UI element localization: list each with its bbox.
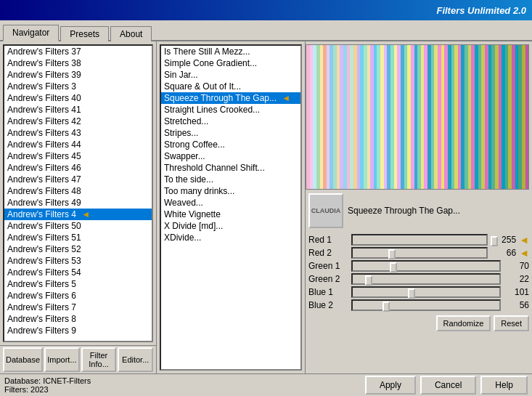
bottom-buttons-bar: Database Import... Filter Info... Editor… (0, 345, 156, 373)
left-list-item[interactable]: Andrew's Filters 3 (4, 81, 152, 92)
filter-info-button[interactable]: Filter Info... (81, 347, 117, 372)
filter-list-item[interactable]: Is There Still A Mezz... (161, 46, 300, 57)
slider-row: Red 266◄ (308, 247, 529, 259)
left-list-item[interactable]: Andrew's Filters 52 (4, 243, 152, 255)
slider-track[interactable] (351, 286, 501, 298)
slider-label: Green 1 (308, 261, 348, 271)
filter-list-item[interactable]: Strong Coffee... (161, 139, 300, 150)
status-info: Database: ICNET-Filters Filters: 2023 (4, 376, 91, 394)
middle-panel: Is There Still A Mezz...Simple Cone Grad… (156, 41, 305, 373)
left-list-item[interactable]: Andrew's Filters 43 (4, 127, 152, 139)
slider-label: Green 2 (308, 274, 348, 284)
randomize-button[interactable]: Randomize (436, 315, 491, 331)
database-status: Database: ICNET-Filters (4, 376, 91, 385)
slider-value: 22 (504, 274, 529, 284)
action-buttons: Apply Cancel Help (365, 376, 528, 395)
right-action-buttons: Randomize Reset (306, 314, 532, 333)
slider-label: Red 2 (308, 248, 348, 258)
slider-row: Green 222 (308, 273, 529, 285)
slider-track[interactable] (351, 260, 501, 272)
preview-area (306, 44, 529, 190)
filters-status: Filters: 2023 (4, 385, 91, 394)
filter-info-bar: CLAUDIA Squeeze Through The Gap... (306, 190, 532, 231)
left-list-item[interactable]: Andrew's Filters 47 (4, 174, 152, 185)
left-list-item[interactable]: Andrew's Filters 44 (4, 139, 152, 150)
right-panel: CLAUDIA Squeeze Through The Gap... Red 1… (305, 41, 532, 373)
cancel-button[interactable]: Cancel (420, 376, 476, 395)
slider-track[interactable] (351, 247, 488, 259)
filter-list-item[interactable]: XDivide... (161, 232, 300, 243)
slider-value: 70 (504, 261, 529, 271)
slider-row: Blue 256 (308, 299, 529, 311)
filter-list-item[interactable]: Swapper... (161, 150, 300, 162)
filter-list-item[interactable]: Straight Lines Crooked... (161, 104, 300, 116)
apply-button[interactable]: Apply (365, 376, 416, 395)
slider-track[interactable] (351, 299, 501, 311)
left-list-item[interactable]: Andrew's Filters 38 (4, 57, 152, 69)
left-list-item[interactable]: Andrew's Filters 9 (4, 325, 152, 336)
left-list-item[interactable]: Andrew's Filters 8 (4, 313, 152, 325)
slider-track[interactable] (351, 273, 501, 285)
filter-list-item[interactable]: White Vignette (161, 209, 300, 220)
import-button[interactable]: Import... (44, 347, 80, 372)
tab-presets[interactable]: Presets (60, 26, 109, 41)
tab-about[interactable]: About (110, 26, 152, 41)
slider-label: Blue 1 (308, 287, 348, 297)
category-list[interactable]: Andrew's Filters 37Andrew's Filters 38An… (3, 44, 153, 342)
slider-value: 101 (504, 287, 529, 297)
left-list-item[interactable]: Andrew's Filters 51 (4, 232, 152, 243)
left-list-item[interactable]: Andrew's Filters 41 (4, 104, 152, 116)
left-list-item[interactable]: Andrew's Filters 7 (4, 302, 152, 313)
slider-label: Red 1 (308, 235, 348, 245)
left-list-item[interactable]: Andrew's Filters 4 ◄ (4, 209, 152, 220)
filter-list-item[interactable]: Stripes... (161, 127, 300, 139)
help-button[interactable]: Help (480, 376, 528, 395)
status-bar: Database: ICNET-Filters Filters: 2023 Ap… (0, 373, 532, 396)
tab-navigator[interactable]: Navigator (3, 25, 59, 41)
editor-button[interactable]: Editor... (118, 347, 153, 372)
filter-list-item[interactable]: Sin Jar... (161, 69, 300, 81)
left-list-item[interactable]: Andrew's Filters 50 (4, 220, 152, 232)
filter-list-item[interactable]: X Divide [md]... (161, 220, 300, 232)
left-list-item[interactable]: Andrew's Filters 6 (4, 290, 152, 302)
filter-list-item[interactable]: To the side... (161, 174, 300, 185)
filter-list-item[interactable]: Threshold Channel Shift... (161, 162, 300, 174)
slider-label: Blue 2 (308, 300, 348, 310)
left-list-item[interactable]: Andrew's Filters 53 (4, 255, 152, 267)
left-list-item[interactable]: Andrew's Filters 49 (4, 197, 152, 209)
tabs-bar: Navigator Presets About (0, 20, 532, 41)
slider-row: Green 170 (308, 260, 529, 272)
filter-list-item[interactable]: Square & Out of It... (161, 81, 300, 92)
filter-logo: CLAUDIA (308, 193, 343, 228)
left-list-item[interactable]: Andrew's Filters 40 (4, 92, 152, 104)
slider-value: 56 (504, 300, 529, 310)
slider-value: 66 (491, 248, 516, 258)
left-list-item[interactable]: Andrew's Filters 5 (4, 278, 152, 290)
filter-list[interactable]: Is There Still A Mezz...Simple Cone Grad… (160, 44, 302, 371)
filter-list-item[interactable]: Stretched... (161, 116, 300, 127)
reset-button[interactable]: Reset (494, 315, 529, 331)
left-list-item[interactable]: Andrew's Filters 42 (4, 116, 152, 127)
filter-list-item[interactable]: Too many drinks... (161, 185, 300, 197)
slider-row: Blue 1101 (308, 286, 529, 298)
left-panel: Andrew's Filters 37Andrew's Filters 38An… (0, 41, 156, 373)
left-list-item[interactable]: Andrew's Filters 54 (4, 267, 152, 278)
left-list-item[interactable]: Andrew's Filters 37 (4, 46, 152, 57)
slider-track[interactable] (351, 234, 488, 246)
database-button[interactable]: Database (3, 347, 43, 372)
left-list-item[interactable]: Andrew's Filters 48 (4, 185, 152, 197)
left-list-item[interactable]: Andrew's Filters 46 (4, 162, 152, 174)
filter-list-item[interactable]: Weaved... (161, 197, 300, 209)
slider-row: Red 1255◄ (308, 234, 529, 246)
sliders-area: Red 1255◄Red 266◄Green 170Green 222Blue … (306, 231, 532, 314)
filter-list-item[interactable]: Simple Cone Gradient... (161, 57, 300, 69)
title-text: Filters Unlimited 2.0 (436, 5, 526, 16)
left-list-item[interactable]: Andrew's Filters 39 (4, 69, 152, 81)
filter-name-display: Squeeze Through The Gap... (348, 206, 529, 216)
left-list-item[interactable]: Andrew's Filters 45 (4, 150, 152, 162)
filter-list-item[interactable]: Squeeze Through The Gap... ◄ (161, 92, 300, 104)
